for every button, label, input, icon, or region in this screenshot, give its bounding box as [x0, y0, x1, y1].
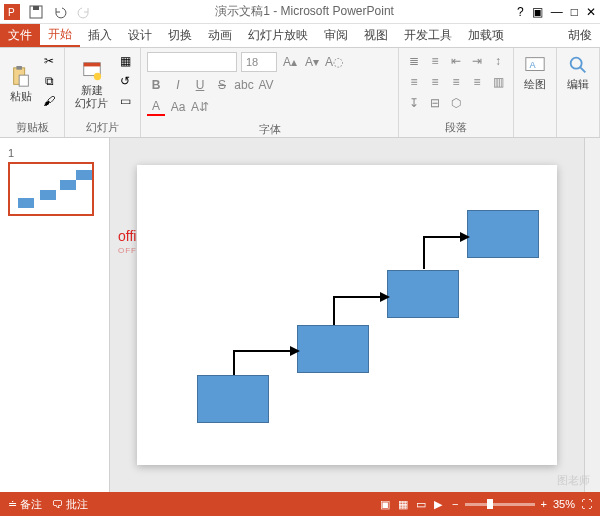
ribbon-tabs: 文件 开始 插入 设计 切换 动画 幻灯片放映 审阅 视图 开发工具 加载项 胡…	[0, 24, 600, 48]
svg-rect-6	[19, 76, 28, 87]
fit-window-icon[interactable]: ⛶	[581, 498, 592, 510]
connector-arrow-2[interactable]	[332, 291, 392, 331]
tab-transitions[interactable]: 切换	[160, 24, 200, 47]
italic-icon[interactable]: I	[169, 76, 187, 94]
ribbon-options-icon[interactable]: ▣	[532, 5, 543, 19]
tab-file[interactable]: 文件	[0, 24, 40, 47]
save-icon[interactable]	[28, 4, 44, 20]
decrease-font-icon[interactable]: A▾	[303, 53, 321, 71]
new-slide-label: 新建 幻灯片	[75, 84, 108, 110]
section-icon[interactable]: ▭	[116, 92, 134, 110]
shape-rect-3[interactable]	[387, 270, 459, 318]
tab-view[interactable]: 视图	[356, 24, 396, 47]
connector-arrow-3[interactable]	[422, 231, 472, 276]
editing-label: 编辑	[567, 78, 589, 91]
font-color-icon[interactable]: A	[147, 98, 165, 116]
slideshow-view-icon[interactable]: ▶	[434, 498, 442, 511]
reading-view-icon[interactable]: ▭	[416, 498, 426, 511]
tab-review[interactable]: 审阅	[316, 24, 356, 47]
new-slide-button[interactable]: 新建 幻灯片	[71, 52, 112, 118]
tab-insert[interactable]: 插入	[80, 24, 120, 47]
tab-addins[interactable]: 加载项	[460, 24, 512, 47]
zoom-slider[interactable]	[465, 503, 535, 506]
font-label: 字体	[147, 122, 392, 137]
underline-icon[interactable]: U	[191, 76, 209, 94]
copy-icon[interactable]: ⧉	[40, 72, 58, 90]
vertical-scrollbar[interactable]	[584, 138, 600, 492]
thumbnail-slide-1[interactable]	[8, 162, 94, 216]
group-editing: 编辑	[557, 48, 600, 137]
shadow-icon[interactable]: abc	[235, 76, 253, 94]
highlight-icon[interactable]: Aa	[169, 98, 187, 116]
numbering-icon[interactable]: ≡	[426, 52, 444, 70]
zoom-percent[interactable]: 35%	[553, 498, 575, 510]
format-painter-icon[interactable]: 🖌	[40, 92, 58, 110]
maximize-icon[interactable]: □	[571, 5, 578, 19]
justify-icon[interactable]: ≡	[468, 73, 486, 91]
shape-rect-2[interactable]	[297, 325, 369, 373]
strike-icon[interactable]: S	[213, 76, 231, 94]
comments-button[interactable]: 🗨 批注	[52, 497, 88, 512]
zoom-out-icon[interactable]: −	[452, 498, 458, 510]
editing-button[interactable]: 编辑	[563, 52, 593, 93]
svg-text:A: A	[530, 60, 537, 70]
user-account[interactable]: 胡俊	[560, 24, 600, 47]
svg-rect-3	[33, 6, 39, 10]
indent-inc-icon[interactable]: ⇥	[468, 52, 486, 70]
align-left-icon[interactable]: ≡	[405, 73, 423, 91]
sorter-view-icon[interactable]: ▦	[398, 498, 408, 511]
canvas-area: office之家 OFFICE.JB51.NET	[110, 138, 584, 492]
close-icon[interactable]: ✕	[586, 5, 596, 19]
tab-slideshow[interactable]: 幻灯片放映	[240, 24, 316, 47]
change-case-icon[interactable]: A⇵	[191, 98, 209, 116]
bullets-icon[interactable]: ≣	[405, 52, 423, 70]
tab-developer[interactable]: 开发工具	[396, 24, 460, 47]
help-icon[interactable]: ?	[517, 5, 524, 19]
increase-font-icon[interactable]: A▴	[281, 53, 299, 71]
notes-button[interactable]: ≐ 备注	[8, 497, 42, 512]
workspace: 1 office之家 OFFICE.JB51.NET	[0, 138, 600, 492]
connector-arrow-1[interactable]	[232, 345, 302, 385]
normal-view-icon[interactable]: ▣	[380, 498, 390, 511]
font-name-select[interactable]	[147, 52, 237, 72]
svg-marker-14	[290, 346, 300, 356]
undo-icon[interactable]	[52, 4, 68, 20]
paste-button[interactable]: 粘贴	[6, 52, 36, 118]
spacing-icon[interactable]: AV	[257, 76, 275, 94]
group-slides: 新建 幻灯片 ▦ ↺ ▭ 幻灯片	[65, 48, 141, 137]
columns-icon[interactable]: ▥	[489, 73, 507, 91]
group-font: 18 A▴ A▾ A◌ B I U S abc AV A Aa A⇵ 字体	[141, 48, 399, 137]
minimize-icon[interactable]: —	[551, 5, 563, 19]
cut-icon[interactable]: ✂	[40, 52, 58, 70]
clear-format-icon[interactable]: A◌	[325, 53, 343, 71]
line-spacing-icon[interactable]: ↕	[489, 52, 507, 70]
align-center-icon[interactable]: ≡	[426, 73, 444, 91]
indent-dec-icon[interactable]: ⇤	[447, 52, 465, 70]
tab-animations[interactable]: 动画	[200, 24, 240, 47]
drawing-button[interactable]: A 绘图	[520, 52, 550, 93]
notes-icon: ≐	[8, 498, 17, 511]
tab-home[interactable]: 开始	[40, 24, 80, 47]
ribbon: 粘贴 ✂ ⧉ 🖌 剪贴板 新建 幻灯片 ▦ ↺ ▭ 幻灯片	[0, 48, 600, 138]
bold-icon[interactable]: B	[147, 76, 165, 94]
slide[interactable]	[137, 165, 557, 465]
smartart-icon[interactable]: ⬡	[447, 94, 465, 112]
layout-icon[interactable]: ▦	[116, 52, 134, 70]
comments-icon: 🗨	[52, 498, 63, 510]
quick-access-toolbar: P	[4, 4, 92, 20]
tab-design[interactable]: 设计	[120, 24, 160, 47]
text-direction-icon[interactable]: ↧	[405, 94, 423, 112]
redo-icon[interactable]	[76, 4, 92, 20]
thumbnail-panel: 1	[0, 138, 110, 492]
clipboard-label: 剪贴板	[6, 120, 58, 135]
paste-label: 粘贴	[10, 90, 32, 103]
svg-marker-16	[460, 232, 470, 242]
align-text-icon[interactable]: ⊟	[426, 94, 444, 112]
zoom-in-icon[interactable]: +	[541, 498, 547, 510]
align-right-icon[interactable]: ≡	[447, 73, 465, 91]
reset-icon[interactable]: ↺	[116, 72, 134, 90]
group-clipboard: 粘贴 ✂ ⧉ 🖌 剪贴板	[0, 48, 65, 137]
thumbnail-number: 1	[8, 147, 14, 159]
font-size-select[interactable]: 18	[241, 52, 277, 72]
shape-rect-4[interactable]	[467, 210, 539, 258]
